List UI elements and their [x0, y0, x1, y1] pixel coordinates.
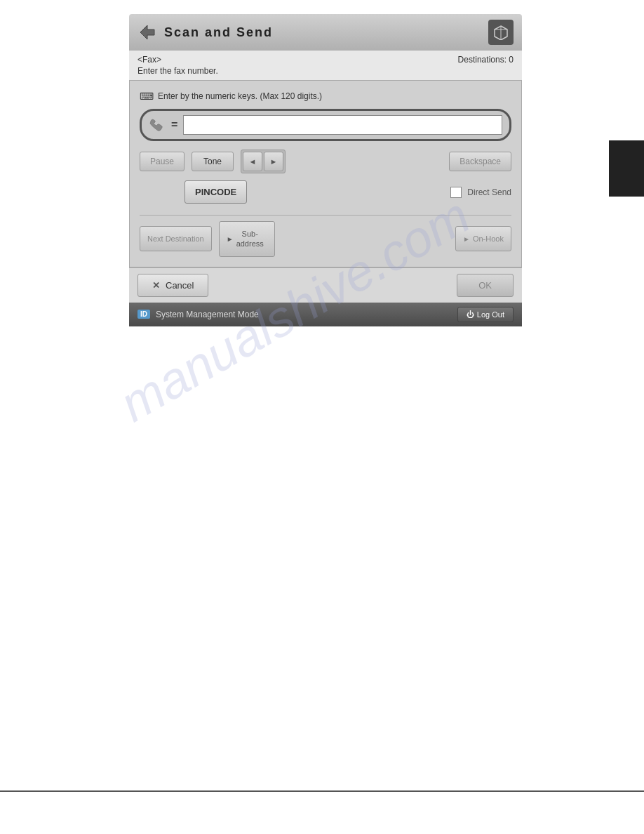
hint-text: Enter by the numeric keys. (Max 120 digi… [158, 91, 322, 101]
info-left: <Fax> Enter the fax number. [137, 55, 218, 76]
instruction-text: Enter the fax number. [137, 66, 218, 76]
system-mode-label: System Management Mode [156, 310, 259, 319]
equals-sign: = [171, 119, 177, 131]
next-dest-label: Next Destination [147, 234, 204, 243]
nav-right-button[interactable]: ► [264, 152, 283, 171]
action-bar: ✕ Cancel OK [129, 267, 522, 303]
hint-icon: ⌨ [140, 91, 154, 102]
3d-box-button[interactable] [488, 20, 514, 45]
onhook-label: On-Hook [473, 234, 504, 244]
cancel-x-icon: ✕ [152, 280, 160, 291]
nav-group: ◄ ► [241, 150, 286, 173]
pincode-button[interactable]: PINCODE [185, 180, 247, 204]
logout-label: Log Out [477, 310, 504, 319]
svg-marker-0 [140, 25, 154, 39]
onhook-arrow-icon: ► [463, 234, 470, 244]
fax-handset-icon [149, 117, 166, 133]
nav-left-button[interactable]: ◄ [243, 152, 262, 171]
fax-label: <Fax> [137, 55, 218, 65]
title-bar-left: Scan and Send [137, 22, 273, 42]
status-left: ID System Management Mode [137, 310, 259, 319]
logout-icon: ⏻ [467, 310, 474, 319]
logout-button[interactable]: ⏻ Log Out [457, 307, 514, 322]
page-title: Scan and Send [164, 25, 273, 40]
backspace-button[interactable]: Backspace [449, 152, 511, 171]
scan-icon [137, 22, 157, 42]
direct-send-checkbox[interactable] [450, 187, 462, 198]
ok-button[interactable]: OK [457, 274, 514, 297]
fax-number-input[interactable] [183, 115, 502, 135]
dialog-body: ⌨ Enter by the numeric keys. (Max 120 di… [129, 80, 522, 267]
cancel-button[interactable]: ✕ Cancel [137, 274, 208, 297]
dialog-hint: ⌨ Enter by the numeric keys. (Max 120 di… [140, 91, 511, 102]
3d-box-icon [493, 25, 509, 40]
id-badge: ID [137, 310, 150, 319]
ui-window: Scan and Send <Fax> Enter the fax number… [129, 14, 522, 326]
onhook-button[interactable]: ► On-Hook [455, 226, 511, 251]
button-row-1: Pause Tone ◄ ► Backspace [140, 150, 511, 173]
side-decoration [609, 140, 644, 197]
info-row: <Fax> Enter the fax number. Destinations… [129, 51, 522, 80]
button-row-3: Next Destination ► Sub-address ► On-Hook [140, 221, 511, 257]
fax-input-row: = [140, 109, 511, 141]
title-bar: Scan and Send [129, 14, 522, 51]
subaddress-button[interactable]: ► Sub-address [219, 221, 275, 257]
pause-button[interactable]: Pause [140, 152, 185, 171]
next-destination-button[interactable]: Next Destination [140, 226, 212, 251]
cancel-label: Cancel [166, 280, 194, 291]
separator [140, 215, 511, 216]
bottom-line [0, 790, 644, 792]
subaddress-arrow-icon: ► [227, 234, 234, 244]
button-row-2: PINCODE Direct Send [140, 180, 511, 204]
status-bar: ID System Management Mode ⏻ Log Out [129, 303, 522, 326]
direct-send-group: Direct Send [450, 187, 511, 198]
tone-button[interactable]: Tone [192, 152, 234, 171]
destinations-count: Destinations: 0 [458, 55, 514, 76]
subaddress-label: Sub-address [236, 229, 264, 249]
direct-send-label: Direct Send [467, 187, 511, 197]
